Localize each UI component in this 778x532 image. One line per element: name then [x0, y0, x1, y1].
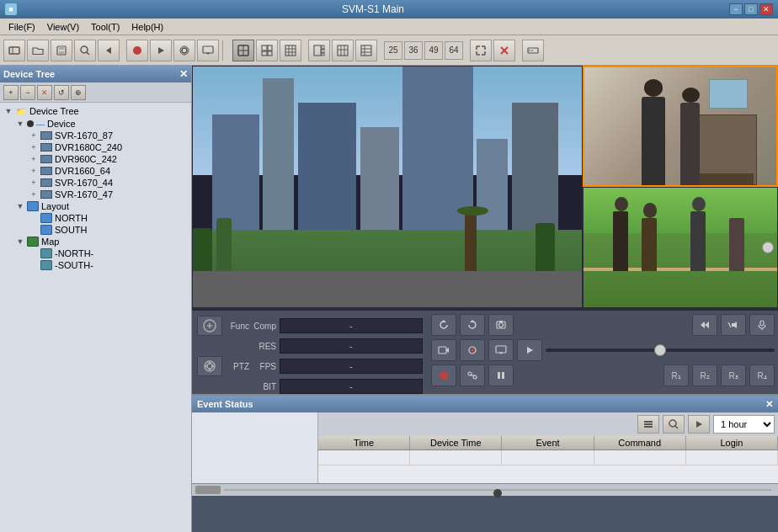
btn-snapshot[interactable]: [488, 314, 514, 336]
event-search-btn[interactable]: [663, 415, 685, 434]
layout-btn-grid2[interactable]: [332, 40, 354, 61]
btn-record3[interactable]: [431, 364, 456, 386]
btn-monitor2[interactable]: [488, 339, 514, 361]
tree-item-dvr3[interactable]: + DVR1660_64: [2, 165, 189, 177]
layout-btn-quad[interactable]: [256, 40, 278, 61]
tb-btn-connect[interactable]: [3, 40, 25, 61]
btn-r4[interactable]: R₄: [749, 364, 775, 386]
svg-marker-81: [696, 421, 702, 428]
btn-pause[interactable]: [488, 364, 514, 386]
title-bar: ■ SVM-S1 Main − □ ✕: [0, 0, 778, 19]
video-cell-main[interactable]: [192, 66, 583, 308]
btn-record2[interactable]: [460, 339, 485, 361]
tree-item-device[interactable]: ▼ — Device: [2, 118, 189, 130]
grid-size-25[interactable]: 25: [384, 41, 402, 60]
event-list-btn[interactable]: [637, 415, 659, 434]
map-icon-north: [40, 248, 52, 258]
scroll-bar[interactable]: [224, 489, 771, 491]
btn-route[interactable]: [460, 364, 485, 386]
playback-thumb[interactable]: [654, 344, 666, 356]
tree-expand-btn[interactable]: +: [3, 85, 19, 100]
btn-r3[interactable]: R₃: [721, 364, 746, 386]
btn-r1[interactable]: R₁: [663, 364, 689, 386]
tree-label-map: Map: [41, 237, 59, 247]
menu-help[interactable]: Help(H): [126, 20, 168, 34]
scroll-track[interactable]: [195, 486, 221, 494]
event-play-btn[interactable]: [688, 415, 710, 434]
tb-btn-search[interactable]: [74, 40, 96, 61]
scroll-dot[interactable]: [493, 489, 502, 497]
grid-size-64[interactable]: 64: [445, 41, 463, 60]
video-cell-bm[interactable]: [387, 308, 583, 310]
minimize-button[interactable]: −: [729, 3, 743, 15]
tree-collapse-btn[interactable]: −: [20, 85, 35, 100]
event-preview-area: [192, 412, 318, 483]
layout-btn-selected[interactable]: [232, 40, 254, 61]
func-btn[interactable]: [197, 316, 222, 336]
tb-btn-prev[interactable]: [98, 40, 120, 61]
video-cell-bl[interactable]: [192, 308, 387, 310]
btn-r2[interactable]: R₂: [692, 364, 717, 386]
close-button[interactable]: ✕: [759, 3, 773, 15]
tree-item-north-layout[interactable]: NORTH: [2, 212, 189, 224]
tree-item-svr3[interactable]: + SVR-1670_47: [2, 189, 189, 200]
tree-item-dvr2[interactable]: + DVR960C_242: [2, 153, 189, 165]
btn-mic[interactable]: [749, 314, 775, 336]
scroll-handle[interactable]: [762, 242, 774, 253]
tb-btn-save[interactable]: [51, 40, 72, 61]
tree-item-dvr1[interactable]: + DVR1680C_240: [2, 141, 189, 153]
tree-item-north-map[interactable]: -NORTH-: [2, 247, 189, 259]
tree-refresh-btn[interactable]: ↺: [54, 85, 69, 100]
tb-btn-record[interactable]: [126, 40, 148, 61]
btn-rewind[interactable]: [431, 314, 456, 336]
layout-btn-nine[interactable]: [280, 40, 301, 61]
playback-slider-container[interactable]: [546, 339, 775, 361]
tree-delete-btn[interactable]: ✕: [37, 85, 52, 100]
video-grid: [192, 66, 778, 310]
btn-mute[interactable]: [721, 314, 746, 336]
tree-item-south-layout[interactable]: SOUTH: [2, 224, 189, 236]
extra-btn[interactable]: [522, 40, 544, 61]
tree-item-south-map[interactable]: -SOUTH-: [2, 259, 189, 271]
tree-item-map[interactable]: ▼ Map: [2, 236, 189, 247]
layout-btn-1x3[interactable]: [308, 40, 330, 61]
fit-screen-btn[interactable]: [470, 40, 492, 61]
layout-btn-grid3[interactable]: [355, 40, 377, 61]
res-value: -: [280, 338, 423, 354]
event-panel-close[interactable]: ✕: [765, 399, 773, 410]
svg-rect-21: [268, 51, 272, 56]
tb-btn-open[interactable]: [27, 40, 49, 61]
ptz-btn[interactable]: [197, 356, 222, 376]
ptz-label: PTZ: [226, 362, 249, 371]
tree-item-svr2[interactable]: + SVR-1670_44: [2, 177, 189, 189]
map-folder-icon: [27, 237, 39, 247]
grid-size-49[interactable]: 49: [424, 41, 443, 60]
tree-label-north-map: -NORTH-: [55, 248, 93, 258]
event-scrollbar[interactable]: [192, 483, 778, 495]
panel-close-btn[interactable]: ✕: [179, 68, 188, 80]
close-btn[interactable]: [493, 40, 515, 61]
tb-btn-settings[interactable]: [173, 40, 195, 61]
grid-size-36[interactable]: 36: [404, 41, 423, 60]
btn-fastback[interactable]: [692, 314, 717, 336]
video-cell-tr[interactable]: [583, 66, 778, 187]
maximize-button[interactable]: □: [744, 3, 758, 15]
tree-item-svr1[interactable]: + SVR-1670_87: [2, 130, 189, 141]
btn-forward[interactable]: [460, 314, 485, 336]
app-icon: ■: [5, 3, 17, 15]
menu-view[interactable]: View(V): [42, 20, 84, 34]
tb-btn-play[interactable]: [150, 40, 172, 61]
tree-add-btn[interactable]: ⊕: [71, 85, 86, 100]
tree-item-root[interactable]: ▼ 📁 Device Tree: [2, 104, 189, 118]
btn-play2[interactable]: [517, 339, 542, 361]
tb-btn-monitor[interactable]: [197, 40, 219, 61]
menu-file[interactable]: File(F): [3, 20, 40, 34]
event-time-select[interactable]: 30 min 1 hour 2 hours 6 hours 12 hours 2…: [713, 415, 775, 434]
menu-tool[interactable]: Tool(T): [86, 20, 125, 34]
tree-label-dvr3: DVR1660_64: [55, 166, 110, 176]
video-cell-br[interactable]: [583, 308, 778, 310]
video-cell-mr[interactable]: [583, 187, 778, 308]
svg-point-55: [499, 323, 504, 327]
tree-item-layout[interactable]: ▼ Layout: [2, 200, 189, 212]
btn-camera2[interactable]: [431, 339, 456, 361]
